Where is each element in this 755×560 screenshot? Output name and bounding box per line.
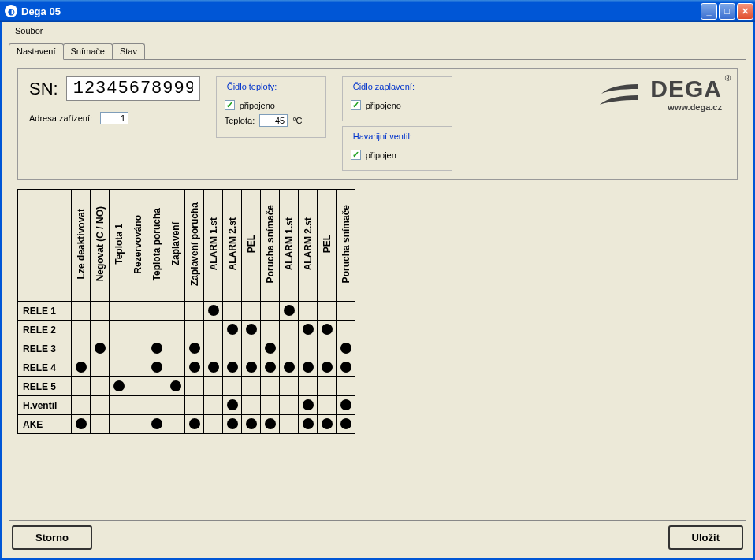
- matrix-cell[interactable]: [223, 415, 242, 434]
- save-button[interactable]: Uložit: [668, 525, 743, 550]
- tab-settings[interactable]: Nastavení: [9, 43, 64, 60]
- matrix-cell[interactable]: [147, 358, 166, 377]
- matrix-cell[interactable]: [223, 358, 242, 377]
- matrix-cell[interactable]: [91, 396, 110, 415]
- matrix-cell[interactable]: [185, 321, 204, 339]
- matrix-cell[interactable]: [242, 377, 261, 396]
- matrix-cell[interactable]: [147, 415, 166, 434]
- matrix-cell[interactable]: [337, 302, 355, 321]
- dot-icon[interactable]: [303, 418, 314, 429]
- tab-sensors[interactable]: Snímače: [63, 43, 113, 60]
- matrix-cell[interactable]: [128, 302, 147, 321]
- matrix-cell[interactable]: [147, 339, 166, 358]
- matrix-cell[interactable]: [147, 377, 166, 396]
- dot-icon[interactable]: [189, 343, 200, 354]
- dot-icon[interactable]: [189, 362, 200, 373]
- dot-icon[interactable]: [227, 324, 238, 335]
- matrix-cell[interactable]: [72, 415, 91, 434]
- dot-icon[interactable]: [284, 362, 295, 373]
- temp-value-input[interactable]: [259, 114, 288, 127]
- matrix-cell[interactable]: [128, 339, 147, 358]
- cancel-button[interactable]: Storno: [12, 525, 92, 550]
- flood-connected-checkbox[interactable]: ✓: [351, 100, 361, 110]
- matrix-cell[interactable]: [318, 358, 337, 377]
- matrix-cell[interactable]: [147, 321, 166, 339]
- matrix-cell[interactable]: [261, 339, 280, 358]
- dot-icon[interactable]: [246, 362, 257, 373]
- dot-icon[interactable]: [340, 362, 351, 373]
- matrix-cell[interactable]: [110, 415, 128, 434]
- matrix-cell[interactable]: [128, 321, 147, 339]
- matrix-cell[interactable]: [166, 302, 185, 321]
- matrix-cell[interactable]: [110, 321, 128, 339]
- dot-icon[interactable]: [76, 418, 87, 429]
- matrix-cell[interactable]: [128, 358, 147, 377]
- matrix-cell[interactable]: [261, 358, 280, 377]
- matrix-cell[interactable]: [204, 415, 223, 434]
- dot-icon[interactable]: [265, 418, 276, 429]
- matrix-cell[interactable]: [318, 396, 337, 415]
- dot-icon[interactable]: [246, 418, 257, 429]
- matrix-cell[interactable]: [223, 339, 242, 358]
- matrix-cell[interactable]: [91, 358, 110, 377]
- dot-icon[interactable]: [170, 380, 181, 391]
- dot-icon[interactable]: [246, 324, 257, 335]
- matrix-cell[interactable]: [91, 415, 110, 434]
- menu-file[interactable]: Soubor: [10, 24, 47, 37]
- maximize-button[interactable]: □: [719, 3, 735, 20]
- matrix-cell[interactable]: [299, 321, 318, 339]
- matrix-cell[interactable]: [242, 415, 261, 434]
- matrix-cell[interactable]: [72, 396, 91, 415]
- matrix-cell[interactable]: [91, 321, 110, 339]
- matrix-cell[interactable]: [261, 302, 280, 321]
- matrix-cell[interactable]: [185, 415, 204, 434]
- matrix-cell[interactable]: [204, 321, 223, 339]
- matrix-cell[interactable]: [204, 377, 223, 396]
- matrix-cell[interactable]: [223, 377, 242, 396]
- matrix-cell[interactable]: [185, 396, 204, 415]
- matrix-cell[interactable]: [299, 415, 318, 434]
- matrix-cell[interactable]: [318, 415, 337, 434]
- matrix-cell[interactable]: [337, 396, 355, 415]
- dot-icon[interactable]: [208, 305, 219, 316]
- dot-icon[interactable]: [227, 399, 238, 410]
- matrix-cell[interactable]: [337, 358, 355, 377]
- matrix-cell[interactable]: [204, 396, 223, 415]
- dot-icon[interactable]: [340, 418, 351, 429]
- dot-icon[interactable]: [284, 305, 295, 316]
- dot-icon[interactable]: [322, 362, 333, 373]
- matrix-cell[interactable]: [110, 339, 128, 358]
- matrix-cell[interactable]: [261, 396, 280, 415]
- matrix-cell[interactable]: [299, 302, 318, 321]
- matrix-cell[interactable]: [299, 396, 318, 415]
- sn-input[interactable]: [66, 76, 200, 101]
- matrix-cell[interactable]: [242, 302, 261, 321]
- dot-icon[interactable]: [322, 418, 333, 429]
- matrix-cell[interactable]: [318, 339, 337, 358]
- matrix-cell[interactable]: [110, 377, 128, 396]
- matrix-cell[interactable]: [242, 339, 261, 358]
- matrix-cell[interactable]: [223, 396, 242, 415]
- matrix-cell[interactable]: [318, 302, 337, 321]
- matrix-cell[interactable]: [185, 302, 204, 321]
- matrix-cell[interactable]: [166, 377, 185, 396]
- matrix-cell[interactable]: [147, 396, 166, 415]
- temp-connected-checkbox[interactable]: ✓: [225, 100, 235, 110]
- dot-icon[interactable]: [76, 362, 87, 373]
- matrix-cell[interactable]: [110, 396, 128, 415]
- matrix-cell[interactable]: [91, 377, 110, 396]
- dot-icon[interactable]: [95, 343, 106, 354]
- matrix-cell[interactable]: [280, 396, 299, 415]
- dot-icon[interactable]: [265, 343, 276, 354]
- matrix-cell[interactable]: [72, 377, 91, 396]
- matrix-cell[interactable]: [337, 321, 355, 339]
- dot-icon[interactable]: [227, 362, 238, 373]
- matrix-cell[interactable]: [299, 377, 318, 396]
- close-button[interactable]: ✕: [737, 3, 753, 20]
- matrix-cell[interactable]: [128, 377, 147, 396]
- matrix-cell[interactable]: [166, 396, 185, 415]
- dot-icon[interactable]: [303, 399, 314, 410]
- matrix-cell[interactable]: [204, 339, 223, 358]
- matrix-cell[interactable]: [280, 377, 299, 396]
- matrix-cell[interactable]: [166, 358, 185, 377]
